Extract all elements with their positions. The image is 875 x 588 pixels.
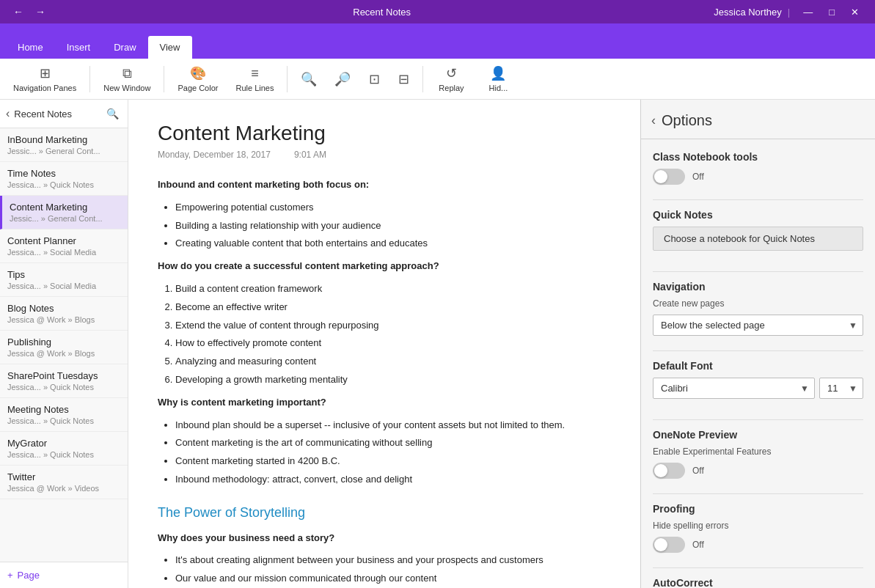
class-notebook-toggle-row: Off (653, 169, 863, 185)
navigation-dropdown-wrapper: Below the selected page At end of sectio… (653, 315, 863, 336)
choose-notebook-button[interactable]: Choose a notebook for Quick Notes (653, 227, 863, 251)
minimize-button[interactable]: — (796, 4, 820, 21)
menubar: Home Insert Draw View (0, 23, 875, 59)
tab-draw[interactable]: Draw (102, 36, 147, 59)
item-title: Twitter (7, 471, 120, 482)
proofing-section: Proofing Hide spelling errors Off (653, 503, 863, 553)
item-sub: Jessica... » Social Media (7, 282, 120, 290)
navigation-dropdown[interactable]: Below the selected page At end of sectio… (653, 315, 863, 336)
quick-notes-section: Quick Notes Choose a notebook for Quick … (653, 209, 863, 257)
zoom-in-button[interactable]: 🔎 (327, 62, 358, 97)
paragraph: Why does your business need a story? (158, 531, 611, 546)
zoom-out-icon: 🔍 (301, 71, 317, 87)
divider (653, 493, 863, 494)
sidebar-search-button[interactable]: 🔍 (103, 106, 122, 121)
proofing-toggle[interactable] (653, 537, 685, 553)
list-item[interactable]: Tips Jessica... » Social Media (0, 263, 128, 297)
full-page-icon: ⊡ (369, 71, 380, 87)
replay-button[interactable]: ↺ Replay (429, 62, 473, 97)
options-back-button[interactable]: ‹ (650, 111, 662, 130)
hide-authors-button[interactable]: 👤 Hid... (476, 62, 520, 97)
divider (653, 199, 863, 200)
titlebar-title: Recent Notes (50, 7, 714, 18)
page-color-icon: 🎨 (190, 65, 206, 81)
navigation-panes-button[interactable]: ⊞ Navigation Panes (6, 62, 84, 97)
close-button[interactable]: ✕ (843, 4, 866, 21)
add-page-button[interactable]: + Page (0, 562, 128, 588)
username-label: Jessica Northey (714, 7, 781, 18)
list-item-active[interactable]: Content Marketing Jessic... » General Co… (0, 196, 128, 229)
maximize-button[interactable]: □ (821, 4, 842, 21)
class-notebook-title: Class Notebook tools (653, 151, 863, 163)
sidebar-back-button[interactable]: ‹ (6, 106, 14, 122)
onenote-preview-sub: Enable Experimental Features (653, 446, 863, 457)
tab-home[interactable]: Home (6, 36, 55, 59)
list-item[interactable]: Time Notes Jessica... » Quick Notes (0, 162, 128, 196)
item-title: Content Marketing (10, 202, 120, 213)
item-sub: Jessica @ Work » Blogs (7, 349, 120, 358)
navigation-sub: Create new pages (653, 298, 863, 309)
tab-insert[interactable]: Insert (55, 36, 103, 59)
proofing-toggle-row: Off (653, 537, 863, 553)
bullet-list-1: Empowering potential customers Building … (175, 200, 611, 251)
class-notebook-toggle[interactable] (653, 169, 685, 185)
font-size-dropdown[interactable]: 8 9 10 11 12 14 (819, 378, 863, 399)
list-item: Content marketing is the art of communic… (175, 436, 611, 451)
item-sub: Jessica... » Quick Notes (7, 450, 120, 459)
replay-label: Replay (439, 84, 464, 92)
font-name-dropdown[interactable]: Calibri Arial Times New Roman Segoe UI (653, 378, 815, 399)
list-item[interactable]: MyGrator Jessica... » Quick Notes (0, 432, 128, 466)
new-window-button[interactable]: ⧉ New Window (96, 62, 158, 97)
onenote-preview-toggle[interactable] (653, 463, 685, 479)
list-item: Building a lasting relationship with you… (175, 218, 611, 234)
list-item[interactable]: InBound Marketing Jessic... » General Co… (0, 128, 128, 162)
titlebar-user-section: Jessica Northey | — □ ✕ (714, 4, 866, 21)
list-item[interactable]: Blog Notes Jessica @ Work » Blogs (0, 297, 128, 331)
list-item[interactable]: SharePoint Tuesdays Jessica... » Quick N… (0, 364, 128, 398)
sidebar-items: InBound Marketing Jessic... » General Co… (0, 128, 128, 562)
bullet-list-2: Inbound plan should be a superset -- inc… (175, 418, 611, 488)
list-item[interactable]: Twitter Jessica @ Work » Videos (0, 466, 128, 499)
tab-view[interactable]: View (148, 36, 192, 59)
class-notebook-toggle-label: Off (692, 172, 704, 182)
list-item: Extend the value of content through repu… (175, 318, 611, 334)
divider (653, 419, 863, 420)
bold-text: Why does your business need a story? (158, 532, 334, 543)
add-page-label: Page (18, 570, 40, 581)
content-date: Monday, December 18, 2017 (158, 150, 271, 160)
list-item[interactable]: Meeting Notes Jessica... » Quick Notes (0, 398, 128, 432)
content-area: Content Marketing Monday, December 18, 2… (128, 100, 640, 588)
options-body: Class Notebook tools Off Quick Notes Cho… (641, 139, 875, 588)
nav-forward-button[interactable]: → (31, 4, 50, 19)
navigation-panes-icon: ⊞ (40, 65, 51, 81)
content-body: Inbound and content marketing both focus… (158, 177, 611, 588)
divider (653, 350, 863, 351)
list-item: Become an effective writer (175, 300, 611, 315)
full-page-button[interactable]: ⊡ (361, 62, 387, 97)
onenote-preview-title: OneNote Preview (653, 429, 863, 441)
list-item: Our value and our mission communicated t… (175, 571, 611, 587)
toolbar: ⊞ Navigation Panes ⧉ New Window 🎨 Page C… (0, 59, 875, 100)
options-title: Options (662, 112, 712, 129)
nav-back-button[interactable]: ← (9, 4, 28, 19)
proofing-toggle-label: Off (692, 540, 704, 550)
new-window-label: New Window (103, 84, 150, 92)
default-font-section: Default Font Calibri Arial Times New Rom… (653, 360, 863, 405)
sidebar: ‹ Recent Notes 🔍 InBound Marketing Jessi… (0, 100, 128, 588)
section-title: The Power of Storytelling (158, 502, 611, 523)
list-item[interactable]: Content Planner Jessica... » Social Medi… (0, 229, 128, 263)
list-item[interactable]: Publishing Jessica @ Work » Blogs (0, 331, 128, 364)
proofing-sub: Hide spelling errors (653, 521, 863, 531)
page-color-button[interactable]: 🎨 Page Color (170, 62, 225, 97)
rule-lines-button[interactable]: ≡ Rule Lines (228, 62, 281, 97)
zoom-out-button[interactable]: 🔍 (293, 62, 324, 97)
window-controls: — □ ✕ (796, 4, 866, 21)
onenote-preview-section: OneNote Preview Enable Experimental Feat… (653, 429, 863, 479)
item-sub: Jessica... » Quick Notes (7, 180, 120, 189)
item-sub: Jessica... » Social Media (7, 248, 120, 257)
rule-lines-label: Rule Lines (235, 84, 274, 92)
full-screen-button[interactable]: ⊟ (390, 62, 417, 97)
bold-text: How do you create a successful content m… (158, 260, 439, 271)
zoom-in-icon: 🔎 (334, 71, 351, 87)
toggle-knob (654, 464, 667, 477)
